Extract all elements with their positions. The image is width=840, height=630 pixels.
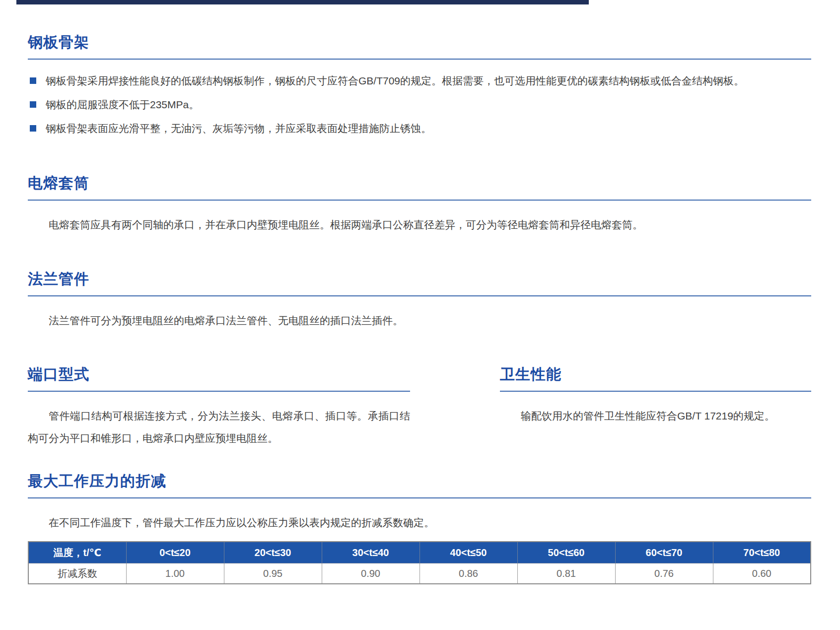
section-paragraph: 在不同工作温度下，管件最大工作压力应以公称压力乘以表内规定的折减系数确定。 xyxy=(28,516,811,529)
table-value-cell: 0.76 xyxy=(615,563,713,584)
section-steel-plate-frame: 钢板骨架 钢板骨架采用焊接性能良好的低碳结构钢板制作，钢板的尺寸应符合GB/T7… xyxy=(28,33,811,146)
bullet-item: 钢板骨架表面应光滑平整，无油污、灰垢等污物，并应采取表面处理措施防止锈蚀。 xyxy=(28,122,811,135)
table-header-cell: 70<t≤80 xyxy=(713,542,811,563)
table-header-cell: 30<t≤40 xyxy=(322,542,420,563)
section-divider xyxy=(28,497,811,498)
table-corner-header: 温度，t/℃ xyxy=(28,542,126,563)
section-port-type: 端口型式 管件端口结构可根据连接方式，分为法兰接头、电熔承口、插口等。承插口结构… xyxy=(28,365,410,449)
table-value-cell: 0.86 xyxy=(420,563,517,584)
section-paragraph: 电熔套筒应具有两个同轴的承口，并在承口内壁预埋电阻丝。根据两端承口公称直径差异，… xyxy=(28,218,811,231)
bullet-text: 钢板骨架采用焊接性能良好的低碳结构钢板制作，钢板的尺寸应符合GB/T709的规定… xyxy=(46,75,744,86)
section-hygiene: 卫生性能 输配饮用水的管件卫生性能应符合GB/T 17219的规定。 xyxy=(500,365,811,422)
section-electrofusion-sleeve: 电熔套筒 电熔套筒应具有两个同轴的承口，并在承口内壁预埋电阻丝。根据两端承口公称… xyxy=(28,174,811,231)
square-bullet-icon xyxy=(30,125,36,132)
table-value-cell: 1.00 xyxy=(126,563,224,584)
table-value-cell: 0.90 xyxy=(322,563,420,584)
table-data-row: 折减系数 1.00 0.95 0.90 0.86 0.81 0.76 0.60 xyxy=(28,563,811,584)
section-paragraph: 管件端口结构可根据连接方式，分为法兰接头、电熔承口、插口等。承插口结构可分为平口… xyxy=(28,405,410,449)
section-divider xyxy=(28,59,811,60)
section-pressure-reduction: 最大工作压力的折减 在不同工作温度下，管件最大工作压力应以公称压力乘以表内规定的… xyxy=(28,472,811,584)
table-value-cell: 0.95 xyxy=(224,563,322,584)
table-header-cell: 50<t≤60 xyxy=(517,542,615,563)
table-header-cell: 60<t≤70 xyxy=(615,542,713,563)
section-flange-fittings: 法兰管件 法兰管件可分为预埋电阻丝的电熔承口法兰管件、无电阻丝的插口法兰插件。 xyxy=(28,270,811,327)
square-bullet-icon xyxy=(30,101,36,108)
top-accent-bar xyxy=(16,0,589,4)
section-paragraph: 输配饮用水的管件卫生性能应符合GB/T 17219的规定。 xyxy=(500,410,811,422)
table-value-cell: 0.81 xyxy=(517,563,615,584)
section-paragraph: 法兰管件可分为预埋电阻丝的电熔承口法兰管件、无电阻丝的插口法兰插件。 xyxy=(28,314,811,327)
section-divider xyxy=(500,391,811,392)
section-title-port-type: 端口型式 xyxy=(28,365,410,384)
section-title-electrofusion-sleeve: 电熔套筒 xyxy=(28,174,811,193)
steel-plate-bullet-list: 钢板骨架采用焊接性能良好的低碳结构钢板制作，钢板的尺寸应符合GB/T709的规定… xyxy=(28,74,811,135)
bullet-item: 钢板骨架采用焊接性能良好的低碳结构钢板制作，钢板的尺寸应符合GB/T709的规定… xyxy=(28,74,811,87)
table-header-cell: 20<t≤30 xyxy=(224,542,322,563)
bullet-text: 钢板的屈服强度不低于235MPa。 xyxy=(46,99,199,110)
table-row-label: 折减系数 xyxy=(28,563,126,584)
section-divider xyxy=(28,391,410,392)
section-divider xyxy=(28,295,811,296)
table-header-cell: 40<t≤50 xyxy=(420,542,517,563)
square-bullet-icon xyxy=(30,77,36,84)
bullet-item: 钢板的屈服强度不低于235MPa。 xyxy=(28,98,811,111)
section-title-steel-plate-frame: 钢板骨架 xyxy=(28,33,811,52)
bullet-text: 钢板骨架表面应光滑平整，无油污、灰垢等污物，并应采取表面处理措施防止锈蚀。 xyxy=(46,123,431,134)
table-value-cell: 0.60 xyxy=(713,563,811,584)
section-title-flange-fittings: 法兰管件 xyxy=(28,270,811,288)
pressure-reduction-table: 温度，t/℃ 0<t≤20 20<t≤30 30<t≤40 40<t≤50 50… xyxy=(28,541,811,584)
section-title-pressure-reduction: 最大工作压力的折减 xyxy=(28,472,811,490)
section-divider xyxy=(28,200,811,201)
section-title-hygiene: 卫生性能 xyxy=(500,365,811,384)
table-header-row: 温度，t/℃ 0<t≤20 20<t≤30 30<t≤40 40<t≤50 50… xyxy=(28,542,811,563)
section-two-columns: 端口型式 管件端口结构可根据连接方式，分为法兰接头、电熔承口、插口等。承插口结构… xyxy=(28,365,811,449)
table-header-cell: 0<t≤20 xyxy=(126,542,224,563)
